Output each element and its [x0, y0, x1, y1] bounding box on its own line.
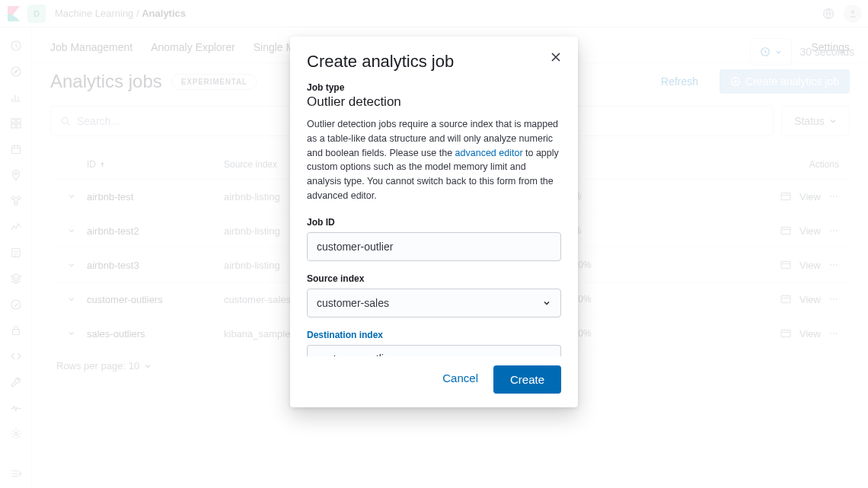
close-icon[interactable]	[550, 52, 561, 62]
view-label[interactable]: View	[799, 260, 821, 271]
compass-icon[interactable]	[9, 65, 23, 78]
chevron-down-icon	[542, 298, 551, 308]
svg-point-31	[836, 264, 838, 266]
bar-chart-icon[interactable]	[9, 91, 23, 104]
job-type-value: Outlier detection	[307, 94, 561, 110]
gear-icon[interactable]	[9, 428, 23, 440]
breadcrumb-current: Analytics	[142, 8, 186, 19]
search-placeholder: Search...	[77, 115, 120, 127]
grid-icon[interactable]	[9, 117, 23, 129]
svg-point-30	[833, 264, 834, 266]
row-actions-icon[interactable]	[828, 328, 839, 339]
code-icon[interactable]	[9, 350, 23, 362]
left-nav-rail	[0, 27, 32, 488]
user-avatar[interactable]	[844, 5, 862, 23]
clock-icon[interactable]	[9, 40, 23, 52]
experimental-badge: EXPERIMENTAL	[171, 74, 257, 90]
collapse-rail-icon[interactable]	[9, 467, 23, 480]
svg-rect-36	[781, 330, 790, 337]
refresh-interval-label: 30 seconds	[799, 46, 854, 58]
row-actions-icon[interactable]	[828, 260, 839, 270]
expand-row-icon[interactable]	[56, 192, 87, 201]
refresh-button[interactable]: Refresh	[661, 75, 698, 88]
svg-point-16	[14, 432, 18, 435]
metrics-icon[interactable]	[9, 221, 23, 233]
svg-point-37	[830, 333, 831, 334]
svg-rect-24	[781, 228, 790, 234]
row-actions-icon[interactable]	[828, 191, 839, 202]
svg-rect-32	[781, 296, 790, 303]
refresh-interval-button[interactable]	[750, 38, 792, 65]
advanced-editor-link[interactable]: advanced editor	[455, 148, 523, 158]
svg-point-12	[14, 203, 18, 206]
view-label[interactable]: View	[799, 294, 821, 305]
job-id-label: Job ID	[307, 217, 561, 228]
svg-point-14	[11, 300, 21, 309]
tab-single-metric[interactable]: Single M	[254, 41, 295, 53]
global-header: D Machine Learning / Analytics	[0, 0, 868, 27]
heartbeat-icon[interactable]	[9, 402, 23, 414]
kibana-logo[interactable]	[6, 6, 21, 21]
breadcrumb: Machine Learning / Analytics	[55, 8, 186, 19]
breadcrumb-root[interactable]: Machine Learning	[55, 8, 133, 19]
view-icon[interactable]	[780, 190, 792, 203]
svg-point-27	[836, 230, 838, 231]
create-button[interactable]: Create	[493, 365, 561, 394]
view-icon[interactable]	[780, 225, 792, 237]
ml-icon[interactable]	[9, 195, 23, 207]
row-actions-icon[interactable]	[828, 294, 839, 305]
wrench-icon[interactable]	[9, 376, 23, 388]
svg-point-34	[833, 298, 834, 300]
app-badge[interactable]: D	[27, 5, 46, 23]
lock-icon[interactable]	[9, 324, 23, 336]
svg-rect-5	[17, 119, 21, 123]
auto-refresh-controls: 30 seconds	[750, 38, 854, 65]
cancel-button[interactable]: Cancel	[438, 365, 483, 394]
expand-row-icon[interactable]	[56, 295, 87, 304]
job-id-input[interactable]: customer-outlier	[307, 232, 561, 261]
svg-point-19	[62, 117, 68, 123]
svg-point-38	[833, 333, 834, 334]
pin-icon[interactable]	[9, 169, 23, 181]
expand-row-icon[interactable]	[56, 260, 87, 270]
expand-row-icon[interactable]	[56, 329, 87, 338]
create-analytics-job-button[interactable]: Create analytics job	[720, 69, 850, 94]
view-icon[interactable]	[780, 327, 792, 340]
svg-rect-7	[17, 124, 21, 128]
view-label[interactable]: View	[799, 225, 821, 237]
destination-index-input[interactable]: customer-outliers	[307, 345, 561, 357]
row-actions-icon[interactable]	[828, 225, 839, 236]
source-index-select[interactable]: customer-sales	[307, 289, 561, 317]
logs-icon[interactable]	[9, 247, 23, 259]
globe-icon[interactable]	[819, 5, 838, 23]
svg-point-11	[18, 196, 21, 199]
source-index-label: Source index	[307, 273, 561, 284]
svg-point-9	[14, 172, 17, 174]
th-actions: Actions	[780, 159, 844, 170]
view-icon[interactable]	[780, 293, 792, 305]
svg-point-21	[830, 196, 831, 197]
row-id: airbnb-test	[87, 191, 224, 203]
destination-index-label: Destination index	[307, 330, 561, 340]
calendar-icon[interactable]	[9, 143, 23, 155]
create-analytics-job-modal: Create analytics job Job type Outlier de…	[290, 37, 578, 407]
view-label[interactable]: View	[799, 328, 821, 340]
svg-rect-28	[781, 262, 790, 269]
svg-point-1	[851, 10, 854, 13]
job-type-description: Outlier detection jobs require a source …	[307, 117, 561, 203]
tab-job-management[interactable]: Job Management	[50, 41, 132, 53]
layers-icon[interactable]	[9, 273, 23, 285]
view-icon[interactable]	[780, 259, 792, 271]
svg-point-22	[833, 196, 834, 197]
svg-point-23	[836, 196, 838, 197]
status-filter-dropdown[interactable]: Status	[781, 106, 850, 136]
view-label[interactable]: View	[799, 191, 821, 203]
svg-rect-15	[12, 330, 19, 335]
page-title: Analytics jobs	[50, 71, 162, 92]
row-id: sales-outliers	[87, 328, 224, 340]
uptime-icon[interactable]	[9, 298, 23, 311]
expand-row-icon[interactable]	[56, 226, 87, 235]
th-id[interactable]: ID	[87, 159, 224, 170]
svg-point-26	[833, 230, 834, 231]
tab-anomaly-explorer[interactable]: Anomaly Explorer	[151, 41, 235, 53]
